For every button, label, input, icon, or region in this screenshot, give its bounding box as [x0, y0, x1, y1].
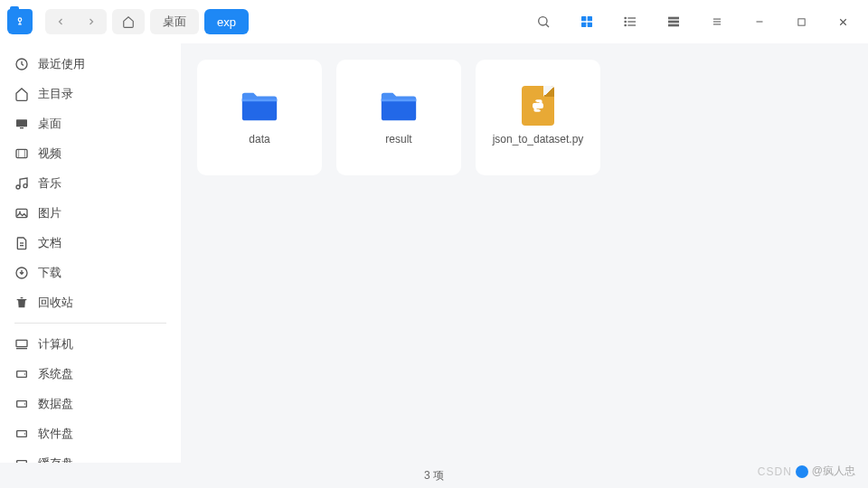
sidebar-item[interactable]: 系统盘 — [7, 359, 174, 389]
sidebar-item-label: 文档 — [38, 235, 61, 251]
watermark-text: @疯人忠 — [812, 464, 855, 479]
sidebar-item-label: 计算机 — [38, 336, 73, 352]
maximize-icon — [797, 17, 807, 27]
watermark: CSDN @疯人忠 — [758, 464, 855, 479]
music-icon — [14, 176, 29, 191]
sidebar-item-label: 软件盘 — [38, 426, 73, 442]
sidebar-item-label: 最近使用 — [38, 56, 85, 72]
view-detail-button[interactable] — [655, 7, 693, 36]
sidebar-item[interactable]: 桌面 — [7, 108, 174, 138]
sidebar-separator — [14, 323, 166, 324]
svg-rect-24 — [16, 119, 27, 127]
folder-icon — [377, 88, 420, 124]
sidebar-item[interactable]: 缓存盘 — [7, 448, 174, 463]
sidebar-item-label: 回收站 — [38, 295, 73, 311]
home-icon — [14, 87, 29, 101]
sidebar-item[interactable]: 最近使用 — [7, 49, 174, 79]
file-label: data — [243, 133, 275, 147]
svg-point-1 — [539, 17, 547, 25]
folder-icon — [238, 88, 281, 124]
view-icon-button[interactable] — [568, 7, 606, 36]
sidebar-item-label: 桌面 — [38, 116, 61, 132]
sidebar-item[interactable]: 图片 — [7, 198, 174, 228]
maximize-button[interactable] — [783, 7, 819, 36]
python-file-icon — [516, 88, 560, 124]
svg-point-28 — [24, 183, 27, 187]
svg-rect-3 — [581, 16, 586, 21]
close-button[interactable] — [825, 7, 861, 36]
svg-point-11 — [625, 21, 626, 22]
sidebar: 最近使用主目录桌面视频音乐图片文档下载回收站计算机系统盘数据盘软件盘缓存盘8.3… — [0, 43, 181, 463]
svg-point-10 — [625, 17, 626, 18]
sidebar-item[interactable]: 视频 — [7, 138, 174, 168]
svg-rect-4 — [588, 16, 592, 21]
folder-item[interactable]: data — [197, 60, 322, 175]
trash-icon — [14, 296, 29, 310]
computer-icon — [14, 337, 29, 352]
view-compact-button[interactable] — [698, 7, 736, 36]
disk-icon — [14, 427, 29, 441]
grid-icon — [580, 14, 594, 29]
svg-rect-42 — [17, 460, 27, 463]
sidebar-item[interactable]: 回收站 — [7, 287, 174, 317]
sidebar-item[interactable]: 计算机 — [7, 329, 174, 359]
file-label: json_to_dataset.py — [487, 133, 590, 147]
svg-rect-14 — [668, 21, 679, 23]
sidebar-item-label: 音乐 — [38, 175, 61, 192]
folder-item[interactable]: result — [336, 60, 461, 175]
svg-line-2 — [546, 24, 549, 27]
list-icon — [623, 14, 637, 29]
view-list-button[interactable] — [611, 7, 649, 36]
sidebar-item[interactable]: 主目录 — [7, 79, 174, 108]
sidebar-item[interactable]: 下载 — [7, 258, 174, 287]
breadcrumb-desktop[interactable]: 桌面 — [150, 9, 199, 34]
sidebar-item[interactable]: 音乐 — [7, 168, 174, 198]
svg-point-39 — [24, 403, 25, 404]
minimize-button[interactable] — [741, 7, 778, 36]
svg-rect-25 — [20, 127, 24, 128]
sidebar-item-label: 图片 — [38, 205, 61, 221]
svg-point-0 — [18, 18, 22, 22]
sidebar-item-label: 缓存盘 — [38, 455, 73, 464]
video-icon — [14, 146, 29, 161]
svg-point-37 — [24, 373, 25, 374]
home-icon — [122, 15, 135, 28]
app-icon — [7, 9, 33, 34]
minimize-icon — [754, 16, 765, 27]
document-icon — [14, 236, 29, 250]
sidebar-item[interactable]: 数据盘 — [7, 389, 174, 418]
disk-icon — [14, 367, 29, 381]
forward-button[interactable] — [76, 9, 107, 34]
disk-icon — [14, 397, 29, 411]
status-text: 3 项 — [424, 468, 444, 483]
svg-rect-34 — [16, 340, 27, 346]
disk-icon — [14, 456, 29, 464]
compact-icon — [711, 15, 723, 28]
home-button[interactable] — [112, 9, 145, 34]
back-button[interactable] — [45, 9, 76, 34]
svg-point-12 — [625, 24, 626, 25]
svg-rect-29 — [16, 209, 27, 217]
svg-rect-20 — [797, 18, 804, 24]
search-icon — [536, 14, 551, 29]
breadcrumb-exp[interactable]: exp — [204, 9, 249, 34]
close-icon — [837, 16, 849, 28]
detail-icon — [666, 14, 681, 29]
svg-point-41 — [24, 433, 25, 434]
toolbar: 桌面 exp — [0, 0, 868, 43]
svg-rect-15 — [668, 24, 679, 27]
sidebar-item[interactable]: 文档 — [7, 228, 174, 258]
svg-rect-26 — [16, 149, 27, 157]
sidebar-item-label: 主目录 — [38, 86, 73, 102]
sidebar-item-label: 系统盘 — [38, 366, 73, 382]
file-item[interactable]: json_to_dataset.py — [476, 60, 600, 175]
download-icon — [14, 266, 29, 280]
chevron-right-icon — [86, 16, 97, 27]
search-button[interactable] — [524, 7, 562, 36]
svg-point-27 — [16, 185, 20, 189]
sidebar-item-label: 视频 — [38, 145, 61, 162]
status-bar: 3 项 — [0, 463, 868, 488]
clock-icon — [14, 57, 29, 71]
image-icon — [14, 206, 29, 221]
sidebar-item[interactable]: 软件盘 — [7, 418, 174, 448]
